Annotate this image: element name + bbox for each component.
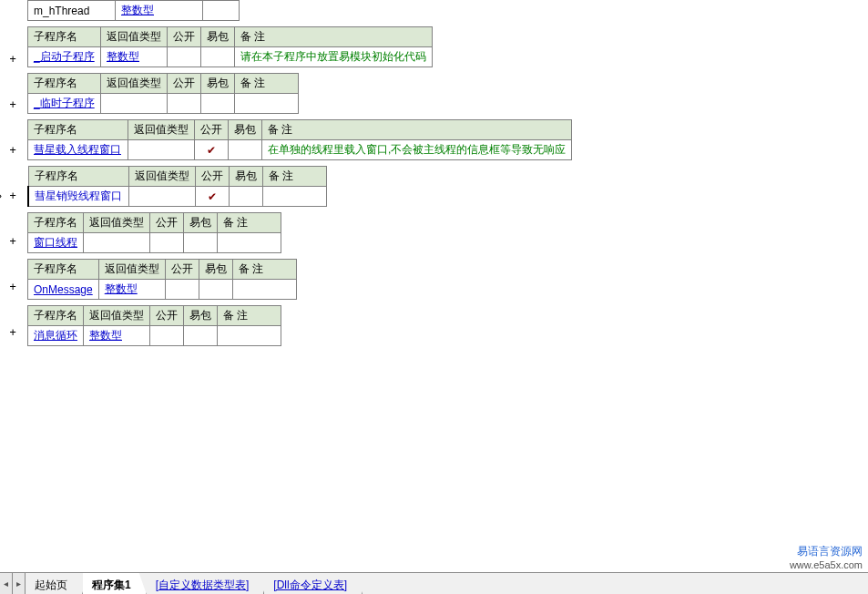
procedure-name[interactable]: _临时子程序 [34,97,95,109]
tab-scroll-right[interactable]: ▸ [13,573,26,594]
return-type-cell[interactable] [128,187,195,207]
procedure-block: 子程序名返回值类型公开易包备 注消息循环整数型 [27,305,868,346]
column-header: 公开 [168,27,201,47]
variable-table: m_hThread 整数型 [27,0,240,21]
public-check-icon[interactable]: ✔ [195,187,229,207]
gutter: + + + › + + + + [0,0,24,572]
public-cell[interactable] [150,326,184,346]
column-header: 备 注 [232,260,296,280]
table-row[interactable]: _临时子程序 [28,94,299,114]
tab-scroll-left[interactable]: ◂ [0,573,13,594]
column-header: 子程序名 [28,167,128,187]
return-type[interactable]: 整数型 [89,329,122,342]
procedure-name[interactable]: _启动子程序 [34,50,95,63]
pkg-cell[interactable] [201,94,235,114]
return-type-cell[interactable] [84,233,150,253]
column-header: 子程序名 [28,27,101,47]
pkg-cell[interactable] [229,140,262,160]
column-header: 备 注 [262,120,572,140]
pkg-cell[interactable] [184,326,218,346]
procedure-name-cell[interactable]: OnMessage [28,280,99,300]
public-cell[interactable] [165,280,199,300]
public-cell[interactable] [168,47,201,67]
column-header: 易包 [201,74,235,94]
public-cell[interactable] [168,94,201,114]
content-area: m_hThread 整数型 子程序名返回值类型公开易包备 注_启动子程序整数型请… [27,0,868,346]
remark-cell[interactable] [218,326,281,346]
table-row[interactable]: m_hThread 整数型 [28,1,240,21]
procedure-name-cell[interactable]: _启动子程序 [28,47,101,67]
code-editor-area: + + + › + + + + m_hThread 整数型 子程序名返回值类型公… [0,0,868,572]
table-row[interactable]: _启动子程序整数型请在本子程序中放置易模块初始化代码 [28,47,433,67]
remark-cell[interactable]: 请在本子程序中放置易模块初始化代码 [235,47,433,67]
remark-text: 请在本子程序中放置易模块初始化代码 [240,50,426,63]
procedure-block: 子程序名返回值类型公开易包备 注彗星载入线程窗口✔在单独的线程里载入窗口,不会被… [27,119,868,160]
column-header: 备 注 [218,213,281,233]
procedure-name[interactable]: OnMessage [34,283,93,296]
procedure-block: 子程序名返回值类型公开易包备 注彗星销毁线程窗口✔ [27,166,868,207]
column-header: 子程序名 [28,74,101,94]
return-type-cell[interactable]: 整数型 [101,47,168,67]
pkg-cell[interactable] [229,187,262,207]
expand-marker[interactable]: + [7,53,18,66]
expand-marker[interactable]: + [7,281,18,293]
procedure-name-cell[interactable]: _临时子程序 [28,94,101,114]
procedure-block: 子程序名返回值类型公开易包备 注_临时子程序 [27,73,868,114]
column-header: 返回值类型 [101,74,168,94]
table-row[interactable]: OnMessage整数型 [28,280,297,300]
expand-marker[interactable]: + [7,189,18,202]
remark-cell[interactable] [262,187,326,207]
procedure-block: 子程序名返回值类型公开易包备 注OnMessage整数型 [27,259,868,300]
variable-type[interactable]: 整数型 [121,4,154,16]
procedure-name[interactable]: 消息循环 [34,329,77,342]
expand-marker[interactable]: + [7,98,18,111]
return-type-cell[interactable]: 整数型 [84,326,150,346]
return-type-cell[interactable] [101,94,168,114]
procedure-name[interactable]: 窗口线程 [34,236,77,249]
expand-marker[interactable]: + [7,144,18,157]
procedure-name-cell[interactable]: 彗星销毁线程窗口 [28,187,128,207]
table-row[interactable]: 窗口线程 [28,233,281,253]
procedure-name[interactable]: 彗星载入线程窗口 [34,143,121,156]
expand-marker[interactable]: + [7,235,18,248]
tab-3[interactable]: [Dll命令定义表] [264,573,363,594]
procedure-block: 子程序名返回值类型公开易包备 注窗口线程 [27,212,868,253]
procedure-name-cell[interactable]: 窗口线程 [28,233,84,253]
tab-1[interactable]: 程序集1 [83,573,147,594]
column-header: 返回值类型 [84,213,150,233]
public-cell[interactable] [150,233,184,253]
public-check-icon[interactable]: ✔ [195,140,229,160]
column-header: 备 注 [218,306,281,326]
pkg-cell[interactable] [199,280,232,300]
table-header-row: 子程序名返回值类型公开易包备 注 [28,120,572,140]
column-header: 子程序名 [28,260,99,280]
procedure-table: 子程序名返回值类型公开易包备 注_临时子程序 [27,73,299,114]
column-header: 公开 [168,74,201,94]
remark-cell[interactable] [235,94,299,114]
procedure-table: 子程序名返回值类型公开易包备 注消息循环整数型 [27,305,281,346]
column-header: 易包 [229,167,262,187]
return-type-cell[interactable]: 整数型 [98,280,165,300]
return-type-cell[interactable] [128,140,195,160]
return-type[interactable]: 整数型 [105,282,138,295]
procedure-name-cell[interactable]: 彗星载入线程窗口 [28,140,128,160]
procedure-name-cell[interactable]: 消息循环 [28,326,84,346]
return-type[interactable]: 整数型 [107,50,139,63]
pkg-cell[interactable] [184,233,218,253]
remark-cell[interactable]: 在单独的线程里载入窗口,不会被主线程的信息框等导致无响应 [262,140,572,160]
table-header-row: 子程序名返回值类型公开易包备 注 [28,213,281,233]
table-row[interactable]: 彗星销毁线程窗口✔ [28,187,326,207]
column-header: 公开 [195,167,229,187]
table-row[interactable]: 消息循环整数型 [28,326,281,346]
column-header: 易包 [184,213,218,233]
remark-cell[interactable] [218,233,281,253]
tab-2[interactable]: [自定义数据类型表] [147,573,265,594]
procedure-table: 子程序名返回值类型公开易包备 注OnMessage整数型 [27,259,297,300]
table-row[interactable]: 彗星载入线程窗口✔在单独的线程里载入窗口,不会被主线程的信息框等导致无响应 [28,140,572,160]
tab-0[interactable]: 起始页 [26,573,83,594]
remark-cell[interactable] [232,280,296,300]
pkg-cell[interactable] [201,47,235,67]
table-header-row: 子程序名返回值类型公开易包备 注 [28,27,433,47]
procedure-table: 子程序名返回值类型公开易包备 注窗口线程 [27,212,281,253]
expand-marker[interactable]: + [7,326,18,339]
